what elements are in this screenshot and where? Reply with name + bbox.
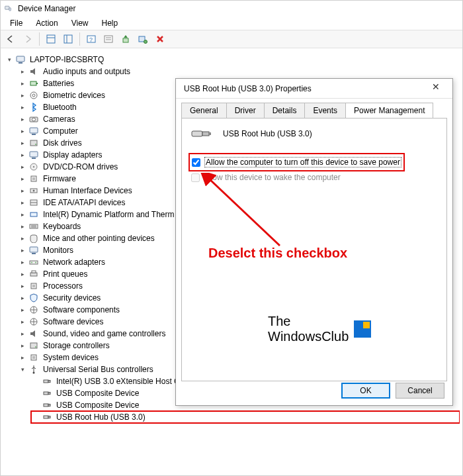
dialog-titlebar: USB Root Hub (USB 3.0) Properties ✕ xyxy=(176,79,452,99)
chevron-right-icon[interactable]: ▸ xyxy=(18,281,27,291)
chevron-right-icon[interactable]: ▸ xyxy=(18,317,27,326)
menu-file[interactable]: File xyxy=(5,18,28,28)
update-driver-button[interactable] xyxy=(118,32,133,46)
chevron-right-icon[interactable]: ▸ xyxy=(18,222,27,231)
separator xyxy=(79,32,80,46)
chevron-right-icon[interactable]: ▸ xyxy=(18,126,27,136)
tree-item-label: Cameras xyxy=(42,113,77,125)
view-devices-icon[interactable] xyxy=(44,32,58,46)
category-icon xyxy=(28,102,39,113)
allow-power-off-label: Allow the computer to turn off this devi… xyxy=(204,157,401,167)
tree-leaf-label: USB Composite Device xyxy=(55,387,140,399)
svg-rect-17 xyxy=(36,83,38,84)
usb-device-icon xyxy=(42,376,52,387)
svg-point-25 xyxy=(35,144,36,145)
svg-rect-48 xyxy=(32,285,35,287)
menu-help[interactable]: Help xyxy=(97,18,124,28)
chevron-right-icon[interactable]: ▸ xyxy=(18,174,27,183)
chevron-right-icon[interactable]: ▸ xyxy=(18,138,27,148)
chevron-down-icon[interactable]: ▾ xyxy=(5,55,14,64)
usb-device-icon xyxy=(42,388,52,399)
category-icon xyxy=(28,233,39,244)
spacer xyxy=(31,377,40,386)
allow-wake-label: Allow this device to wake the computer xyxy=(204,173,341,182)
chevron-right-icon[interactable]: ▸ xyxy=(18,210,27,219)
tab-driver[interactable]: Driver xyxy=(226,103,265,118)
chevron-right-icon[interactable]: ▸ xyxy=(18,246,27,255)
annotation-text: Deselct this checkbox xyxy=(208,246,347,261)
svg-point-55 xyxy=(33,372,35,374)
svg-rect-63 xyxy=(48,416,50,418)
allow-power-off-checkbox[interactable]: Allow the computer to turn off this devi… xyxy=(192,156,401,168)
window-title: Device Manager xyxy=(18,4,75,13)
svg-rect-16 xyxy=(30,81,36,85)
chevron-right-icon[interactable]: ▸ xyxy=(18,162,27,171)
chevron-right-icon[interactable]: ▸ xyxy=(18,293,27,303)
allow-wake-checkbox: Allow this device to wake the computer xyxy=(191,171,437,183)
chevron-right-icon[interactable]: ▸ xyxy=(18,329,27,338)
usb-device-icon xyxy=(42,400,52,410)
svg-rect-31 xyxy=(32,177,35,180)
tree-item[interactable]: ▸Audio inputs and outputs xyxy=(18,66,460,77)
chevron-right-icon[interactable]: ▸ xyxy=(18,91,27,100)
category-icon xyxy=(28,316,39,327)
back-button[interactable] xyxy=(3,32,18,46)
tree-item-label: Storage controllers xyxy=(42,340,111,352)
device-header: USB Root Hub (USB 3.0) xyxy=(191,126,437,141)
category-icon xyxy=(28,209,39,220)
svg-rect-59 xyxy=(48,393,50,395)
svg-rect-15 xyxy=(19,62,22,64)
category-icon xyxy=(28,162,39,172)
menu-action[interactable]: Action xyxy=(30,18,63,28)
allow-power-off-input[interactable] xyxy=(192,158,200,167)
chevron-right-icon[interactable]: ▸ xyxy=(18,115,27,124)
chevron-right-icon[interactable]: ▸ xyxy=(18,341,27,350)
tree-item-label: Disk drives xyxy=(42,137,83,149)
category-icon xyxy=(28,173,39,184)
tab-details[interactable]: Details xyxy=(264,103,306,118)
tree-item-label: Mice and other pointing devices xyxy=(42,232,156,244)
category-icon xyxy=(28,340,39,351)
checkbox-row-highlight: Allow the computer to turn off this devi… xyxy=(191,156,402,169)
tab-events[interactable]: Events xyxy=(304,103,346,118)
svg-rect-66 xyxy=(209,132,211,135)
svg-rect-0 xyxy=(5,6,9,9)
tree-item-label: System devices xyxy=(42,352,100,363)
cancel-button[interactable]: Cancel xyxy=(396,383,444,399)
forward-button[interactable] xyxy=(21,32,35,46)
scan-hardware-button[interactable] xyxy=(136,32,150,46)
chevron-right-icon[interactable]: ▸ xyxy=(18,269,27,279)
chevron-right-icon[interactable]: ▸ xyxy=(18,258,27,267)
svg-rect-56 xyxy=(44,380,48,383)
tree-item-label: Print queues xyxy=(42,268,89,280)
view-by-connection-icon[interactable] xyxy=(61,32,75,46)
chevron-right-icon[interactable]: ▸ xyxy=(18,353,27,362)
watermark-text: The WindowsClub xyxy=(268,314,349,344)
ok-button[interactable]: OK xyxy=(341,383,390,399)
tab-power-management[interactable]: Power Management xyxy=(345,103,433,118)
watermark-logo xyxy=(354,320,371,338)
svg-point-29 xyxy=(33,166,34,167)
tree-root[interactable]: ▾ LAPTOP-IBCSBRTQ xyxy=(5,54,460,66)
svg-rect-54 xyxy=(32,356,35,359)
chevron-right-icon[interactable]: ▸ xyxy=(18,79,27,88)
close-button[interactable]: ✕ xyxy=(426,81,446,96)
chevron-right-icon[interactable]: ▸ xyxy=(18,186,27,195)
chevron-right-icon[interactable]: ▸ xyxy=(18,305,27,314)
chevron-right-icon[interactable]: ▸ xyxy=(18,67,27,76)
svg-rect-36 xyxy=(30,213,37,216)
menu-view[interactable]: View xyxy=(66,18,94,28)
tree-leaf[interactable]: USB Root Hub (USB 3.0) xyxy=(31,411,460,423)
tab-general[interactable]: General xyxy=(181,103,227,118)
properties-button[interactable] xyxy=(101,32,116,46)
chevron-right-icon[interactable]: ▸ xyxy=(18,234,27,243)
chevron-right-icon[interactable]: ▸ xyxy=(18,103,27,112)
help-button[interactable]: ? xyxy=(84,32,99,46)
menubar: File Action View Help xyxy=(1,17,462,30)
chevron-right-icon[interactable]: ▸ xyxy=(18,198,27,207)
uninstall-button[interactable] xyxy=(153,32,167,46)
category-icon xyxy=(28,78,39,89)
chevron-down-icon[interactable]: ▾ xyxy=(18,365,27,374)
tree-item-label: DVD/CD-ROM drives xyxy=(42,161,119,173)
chevron-right-icon[interactable]: ▸ xyxy=(18,150,27,160)
